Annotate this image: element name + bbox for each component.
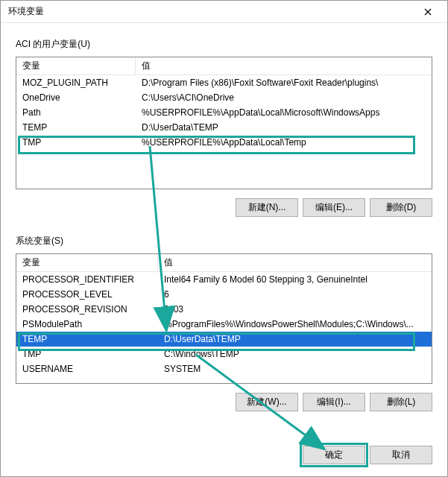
table-row[interactable]: PROCESSOR_LEVEL6: [16, 287, 432, 302]
table-row[interactable]: OneDriveC:\Users\ACI\OneDrive: [16, 90, 432, 105]
cell-val: %ProgramFiles%\WindowsPowerShell\Modules…: [158, 317, 432, 332]
delete-sys-button[interactable]: 删除(L): [370, 393, 432, 411]
new-sys-button[interactable]: 新建(W)...: [236, 393, 298, 411]
table-row[interactable]: PSModulePath%ProgramFiles%\WindowsPowerS…: [16, 317, 432, 332]
system-vars-label: 系统变量(S): [16, 235, 432, 247]
table-row[interactable]: MOZ_PLUGIN_PATHD:\Program Files (x86)\Fo…: [16, 75, 432, 90]
cell-val: D:\Program Files (x86)\Foxit Software\Fo…: [136, 75, 432, 90]
cell-val: %USERPROFILE%\AppData\Local\Microsoft\Wi…: [136, 105, 432, 120]
cell-val: Intel64 Family 6 Model 60 Stepping 3, Ge…: [158, 272, 432, 287]
cell-var: USERNAME: [16, 361, 158, 376]
user-vars-label: ACI 的用户变量(U): [16, 38, 432, 51]
table-row[interactable]: TEMPD:\UserData\TEMP: [16, 120, 432, 135]
cell-var: MOZ_PLUGIN_PATH: [16, 75, 136, 90]
cell-var: TMP: [16, 135, 136, 150]
edit-sys-button[interactable]: 编辑(I)...: [303, 393, 365, 411]
table-row[interactable]: Path%USERPROFILE%\AppData\Local\Microsof…: [16, 105, 432, 120]
title-bar: 环境变量: [1, 1, 447, 23]
cell-var: PROCESSOR_REVISION: [16, 302, 158, 317]
table-row[interactable]: TEMPD:\UserData\TEMP: [16, 332, 432, 347]
close-icon[interactable]: [411, 1, 444, 22]
table-row[interactable]: USERNAMESYSTEM: [16, 361, 432, 376]
cell-val: C:\Windows\TEMP: [158, 347, 432, 361]
user-header-var[interactable]: 变量: [16, 57, 136, 75]
cell-val: D:\UserData\TEMP: [136, 120, 432, 135]
system-vars-table[interactable]: 变量 值 PROCESSOR_IDENTIFIERIntel64 Family …: [16, 253, 432, 384]
cell-var: TEMP: [16, 120, 136, 135]
table-row[interactable]: TMP%USERPROFILE%\AppData\Local\Temp: [16, 135, 432, 150]
sys-header-var[interactable]: 变量: [16, 254, 158, 271]
cell-val: %USERPROFILE%\AppData\Local\Temp: [136, 135, 432, 150]
delete-user-button[interactable]: 删除(D): [370, 198, 432, 217]
ok-button[interactable]: 确定: [303, 446, 365, 464]
table-row[interactable]: PROCESSOR_REVISION3c03: [16, 302, 432, 317]
cell-val: SYSTEM: [158, 361, 432, 376]
cell-var: PSModulePath: [16, 317, 158, 332]
cell-var: OneDrive: [16, 90, 136, 105]
window-title: 环境变量: [8, 5, 411, 18]
user-vars-table[interactable]: 变量 值 MOZ_PLUGIN_PATHD:\Program Files (x8…: [16, 57, 432, 189]
cell-val: D:\UserData\TEMP: [158, 332, 432, 347]
cell-var: Path: [16, 105, 136, 120]
cell-val: 3c03: [158, 302, 432, 317]
cell-var: PROCESSOR_IDENTIFIER: [16, 272, 158, 287]
cell-var: TEMP: [16, 332, 158, 347]
cancel-button[interactable]: 取消: [370, 446, 432, 464]
new-user-button[interactable]: 新建(N)...: [236, 198, 298, 217]
table-row[interactable]: PROCESSOR_IDENTIFIERIntel64 Family 6 Mod…: [16, 272, 432, 287]
edit-user-button[interactable]: 编辑(E)...: [303, 198, 365, 217]
cell-val: C:\Users\ACI\OneDrive: [136, 90, 432, 105]
sys-header-val[interactable]: 值: [158, 254, 432, 271]
cell-var: TMP: [16, 347, 158, 361]
cell-val: 6: [158, 287, 432, 302]
user-header-val[interactable]: 值: [136, 57, 432, 75]
cell-var: PROCESSOR_LEVEL: [16, 287, 158, 302]
table-row[interactable]: TMPC:\Windows\TEMP: [16, 347, 432, 361]
